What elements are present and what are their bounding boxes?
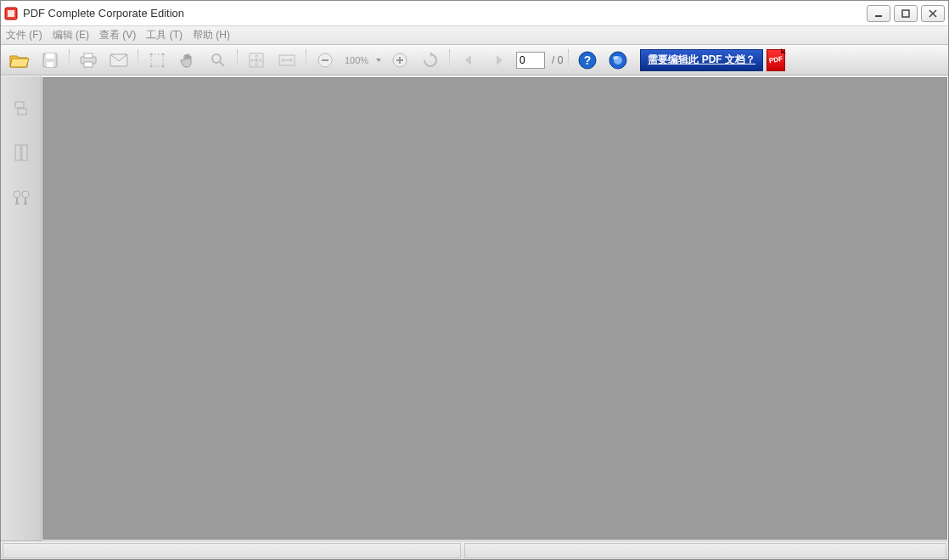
svg-rect-6 <box>47 62 53 67</box>
rotate-button[interactable] <box>417 48 444 73</box>
app-window: PDF Complete Corporate Edition 文件 (F) 编辑… <box>0 0 949 560</box>
zoom-in-button[interactable] <box>386 48 413 73</box>
fit-width-button[interactable] <box>273 48 300 73</box>
svg-line-17 <box>220 62 224 66</box>
save-button[interactable] <box>36 48 64 73</box>
about-button[interactable] <box>604 48 632 73</box>
toolbar-separator <box>138 49 138 71</box>
menu-view[interactable]: 查看 (V) <box>99 28 136 42</box>
page-total-label: / 0 <box>552 54 563 66</box>
help-button[interactable]: ? <box>574 48 601 73</box>
select-tool-button[interactable] <box>143 48 171 73</box>
page-number-input[interactable] <box>516 52 545 69</box>
menu-edit[interactable]: 编辑 (E) <box>53 28 89 42</box>
maximize-button[interactable] <box>894 5 918 22</box>
fit-page-button[interactable] <box>243 48 270 73</box>
bookmarks-panel-button[interactable] <box>11 143 31 163</box>
svg-rect-3 <box>902 10 909 17</box>
svg-point-15 <box>162 64 165 67</box>
zoom-out-button[interactable] <box>312 48 339 73</box>
svg-point-35 <box>22 191 29 198</box>
svg-rect-2 <box>875 15 882 17</box>
app-icon <box>4 7 18 20</box>
svg-point-34 <box>14 191 20 198</box>
zoom-dropdown[interactable] <box>374 57 383 64</box>
svg-rect-30 <box>15 102 24 108</box>
status-cell-left <box>3 543 461 558</box>
svg-rect-32 <box>15 145 20 160</box>
hand-tool-button[interactable] <box>174 48 201 73</box>
svg-text:?: ? <box>584 53 592 67</box>
toolbar: 100% / 0 ? 需要编辑此 PDF 文档？ <box>1 45 948 76</box>
sidebar <box>1 76 42 540</box>
minimize-button[interactable] <box>867 5 890 22</box>
svg-point-16 <box>212 54 221 63</box>
toolbar-separator <box>449 49 450 71</box>
menu-file[interactable]: 文件 (F) <box>6 28 42 42</box>
document-canvas[interactable] <box>42 77 947 540</box>
window-controls <box>867 5 945 22</box>
thumbnails-panel-button[interactable] <box>11 98 31 119</box>
svg-rect-31 <box>18 109 26 115</box>
zoom-level-label: 100% <box>342 55 371 65</box>
svg-rect-1 <box>8 10 14 17</box>
svg-rect-11 <box>151 54 163 66</box>
toolbar-separator <box>568 49 569 71</box>
close-button[interactable] <box>921 5 945 22</box>
open-button[interactable] <box>6 48 33 73</box>
search-panel-button[interactable] <box>11 187 31 207</box>
toolbar-separator <box>306 49 306 71</box>
email-button[interactable] <box>105 48 132 73</box>
menubar: 文件 (F) 编辑 (E) 查看 (V) 工具 (T) 帮助 (H) <box>1 26 948 45</box>
promo-banner[interactable]: 需要编辑此 PDF 文档？ <box>640 49 763 71</box>
svg-point-12 <box>150 53 153 55</box>
menu-tools[interactable]: 工具 (T) <box>146 28 182 42</box>
svg-point-13 <box>162 53 165 55</box>
toolbar-separator <box>69 49 70 71</box>
print-button[interactable] <box>75 48 102 73</box>
zoom-tool-button[interactable] <box>205 48 232 73</box>
prev-page-button[interactable] <box>455 48 482 73</box>
titlebar: PDF Complete Corporate Edition <box>1 1 948 26</box>
toolbar-separator <box>237 49 238 71</box>
zoom-group: 100% <box>312 48 444 73</box>
content-area <box>1 76 948 540</box>
svg-rect-33 <box>22 145 27 160</box>
menu-help[interactable]: 帮助 (H) <box>193 28 230 42</box>
svg-point-14 <box>150 64 153 67</box>
svg-point-29 <box>613 56 618 59</box>
svg-rect-8 <box>84 53 93 58</box>
statusbar <box>1 540 948 559</box>
status-cell-right <box>464 543 946 558</box>
svg-rect-9 <box>84 62 93 67</box>
window-title: PDF Complete Corporate Edition <box>23 7 867 20</box>
svg-rect-5 <box>46 53 54 59</box>
next-page-button[interactable] <box>486 48 513 73</box>
promo-text: 需要编辑此 PDF 文档？ <box>648 53 755 67</box>
promo-pdf-icon[interactable]: PDF <box>766 49 785 71</box>
